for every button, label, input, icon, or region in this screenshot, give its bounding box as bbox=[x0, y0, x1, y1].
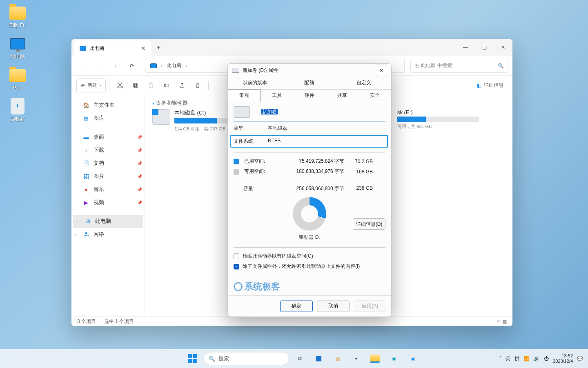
nav-downloads[interactable]: ↓下载📌 bbox=[71, 144, 145, 157]
paste-button[interactable] bbox=[144, 79, 158, 92]
start-button[interactable] bbox=[185, 350, 201, 367]
taskbar-app-copilot[interactable]: 🟦 bbox=[310, 350, 327, 367]
taskbar-app-preview[interactable]: ▦ bbox=[329, 350, 345, 367]
tab-hardware[interactable]: 硬件 bbox=[294, 89, 326, 102]
taskbar-app-edge[interactable]: ◉ bbox=[385, 350, 402, 367]
refresh-button[interactable]: ⟳ bbox=[125, 59, 139, 72]
notification-icon[interactable]: 💬 bbox=[577, 356, 583, 361]
nav-thispc[interactable]: ›🖥此电脑 bbox=[73, 215, 143, 228]
minimize-button[interactable]: — bbox=[456, 39, 475, 56]
close-button[interactable]: ✕ bbox=[376, 65, 387, 76]
maximize-button[interactable]: ▢ bbox=[475, 39, 494, 56]
ok-button[interactable]: 确定 bbox=[280, 301, 313, 312]
nav-videos[interactable]: ▶视频📌 bbox=[71, 196, 145, 209]
tab-close-icon[interactable]: ✕ bbox=[141, 45, 146, 52]
pin-icon: 📌 bbox=[137, 161, 142, 166]
taskbar-app-store[interactable]: ▣ bbox=[404, 350, 421, 367]
gallery-icon: ▦ bbox=[83, 115, 89, 121]
nav-label: 此电脑 bbox=[95, 218, 111, 225]
compress-checkbox-row[interactable]: 压缩此驱动器以节约磁盘空间(C) bbox=[234, 253, 385, 260]
forward-button[interactable]: → bbox=[92, 59, 107, 72]
chevron-right-icon: › bbox=[185, 63, 187, 69]
nav-pictures[interactable]: 🖼图片📌 bbox=[71, 170, 145, 183]
up-button[interactable]: ↑ bbox=[108, 59, 123, 72]
svg-rect-3 bbox=[134, 83, 137, 86]
navigation-pane: 🏠主文件夹 ▦图库 ▬桌面📌 ↓下载📌 📄文档📌 🖼图片📌 ●音乐📌 ▶视频📌 … bbox=[71, 95, 145, 316]
compress-label: 压缩此驱动器以节约磁盘空间(C) bbox=[243, 253, 313, 260]
nav-label: 图片 bbox=[94, 173, 104, 180]
copy-button[interactable] bbox=[128, 79, 143, 92]
desktop-label: 回收站 bbox=[10, 116, 25, 123]
nav-network[interactable]: ›🖧网络 bbox=[71, 228, 145, 241]
taskbar-app-explorer[interactable] bbox=[367, 350, 383, 367]
list-view-icon[interactable]: ≡ bbox=[497, 319, 500, 325]
svg-rect-6 bbox=[165, 84, 169, 87]
ime-lang[interactable]: 英 bbox=[506, 355, 510, 362]
nav-library[interactable]: ▦图库 bbox=[71, 112, 145, 125]
titlebar: 此电脑 ✕ ＋ — ▢ ✕ bbox=[71, 39, 512, 56]
rename-button[interactable] bbox=[159, 79, 174, 92]
nav-desktop[interactable]: ▬桌面📌 bbox=[71, 130, 145, 144]
tab-customize[interactable]: 自定义 bbox=[337, 77, 391, 89]
tab-sharing[interactable]: 共享 bbox=[326, 89, 359, 102]
wifi-icon[interactable]: 📶 bbox=[523, 356, 530, 361]
drive-label: 驱动器 D: bbox=[299, 234, 320, 241]
desktop-icon-recycle[interactable]: 回收站 bbox=[3, 98, 32, 123]
share-button[interactable] bbox=[175, 79, 189, 92]
search-icon: 🔍 bbox=[209, 356, 215, 362]
nav-home[interactable]: 🏠主文件夹 bbox=[71, 99, 145, 112]
filesystem-label: 文件系统: bbox=[234, 138, 268, 145]
taskbar-app-terminal[interactable]: ▪ bbox=[348, 350, 364, 367]
recycle-icon bbox=[11, 98, 24, 114]
back-button[interactable]: ← bbox=[76, 59, 90, 72]
close-button[interactable]: ✕ bbox=[494, 39, 512, 56]
watermark-text: 系统极客 bbox=[244, 280, 280, 293]
cancel-button[interactable]: 取消 bbox=[317, 301, 350, 312]
clock[interactable]: 13:52 2023/12/4 bbox=[553, 353, 573, 364]
network-icon[interactable]: ⏻ bbox=[544, 356, 549, 361]
desktop-icon-thispc[interactable]: 此电脑 bbox=[3, 36, 32, 60]
grid-view-icon[interactable]: ▦ bbox=[502, 319, 507, 325]
desktop-label: 此电脑 bbox=[10, 53, 25, 60]
usage-donut-icon bbox=[293, 197, 326, 231]
apply-button[interactable]: 应用(A) bbox=[354, 301, 386, 312]
tray-chevron-icon[interactable]: ˄ bbox=[499, 356, 501, 361]
volume-name-value: 新加卷 bbox=[261, 109, 278, 114]
nav-documents[interactable]: 📄文档📌 bbox=[71, 157, 145, 170]
checkbox-icon[interactable] bbox=[234, 254, 239, 259]
nav-label: 下载 bbox=[94, 146, 104, 154]
used-bytes: 75,419,725,824 字节 bbox=[281, 158, 344, 165]
new-tab-button[interactable]: ＋ bbox=[151, 39, 165, 56]
desktop-icon-user[interactable]: Billy Fu bbox=[3, 5, 32, 28]
index-label: 除了文件属性外，还允许索引此驱动器上文件的内容(I) bbox=[243, 263, 360, 270]
cut-button[interactable] bbox=[113, 79, 127, 92]
search-label: 搜索 bbox=[218, 355, 229, 362]
new-label: 新建 bbox=[87, 82, 97, 89]
index-checkbox-row[interactable]: ✓ 除了文件属性外，还允许索引此驱动器上文件的内容(I) bbox=[234, 263, 385, 270]
tab-thispc[interactable]: 此电脑 ✕ bbox=[74, 40, 151, 56]
tab-tools[interactable]: 工具 bbox=[261, 89, 294, 102]
volume-icon[interactable]: 🔊 bbox=[534, 356, 540, 361]
disk-details-button[interactable]: 详细信息(D) bbox=[353, 218, 385, 230]
drive-e[interactable]: sk (E:) 可用，共 931 GB bbox=[397, 109, 503, 132]
capacity-gb: 238 GB bbox=[348, 185, 373, 192]
new-button[interactable]: ⊕新建▾ bbox=[76, 79, 106, 92]
tab-general[interactable]: 常规 bbox=[228, 89, 261, 102]
nav-music[interactable]: ●音乐📌 bbox=[71, 183, 145, 196]
tab-quota[interactable]: 配额 bbox=[282, 77, 336, 89]
used-label: 已用空间: bbox=[244, 158, 277, 165]
watermark: 系统极客 bbox=[234, 280, 385, 293]
task-view-button[interactable]: ⧉ bbox=[292, 350, 308, 367]
network-icon: 🖧 bbox=[83, 231, 89, 238]
checkbox-icon[interactable]: ✓ bbox=[234, 264, 239, 269]
nav-label: 视频 bbox=[94, 199, 104, 206]
tab-previous-versions[interactable]: 以前的版本 bbox=[228, 77, 282, 89]
volume-name-input[interactable]: 新加卷 bbox=[260, 108, 385, 116]
desktop-icon-pics[interactable]: Pics bbox=[3, 67, 32, 91]
tab-security[interactable]: 安全 bbox=[359, 89, 391, 102]
delete-button[interactable] bbox=[190, 79, 205, 92]
details-view-button[interactable]: ◧详细信息 bbox=[473, 79, 508, 92]
taskbar-search[interactable]: 🔍搜索 bbox=[203, 352, 289, 365]
search-input[interactable]: 在 此电脑 中搜索 🔍 bbox=[410, 59, 508, 73]
ime-mode[interactable]: 拼 bbox=[514, 355, 519, 362]
